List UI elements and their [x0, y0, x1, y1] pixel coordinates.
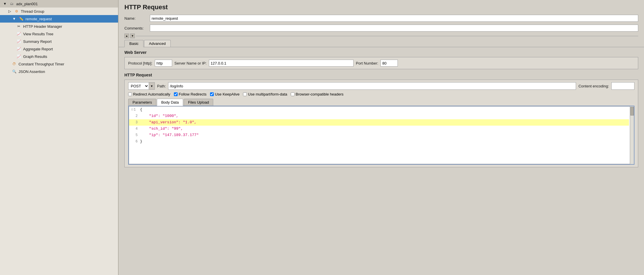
sidebar-item-aggregate-report[interactable]: 📈 Aggregate Report — [0, 45, 118, 53]
sidebar-item-adx-plan[interactable]: ▼ 🗂 adx_plan001 — [0, 0, 118, 8]
request-icon: ✏️ — [19, 16, 24, 21]
content-encoding-input[interactable] — [611, 82, 634, 90]
web-server-box: Protocol [http]: Server Name or IP: Port… — [124, 57, 638, 69]
code-line-4: 4 "sch_id": "99", — [129, 126, 629, 132]
assert-icon: 🔍 — [12, 69, 17, 74]
sidebar-item-label: Constant Throughput Timer — [19, 62, 64, 66]
port-input[interactable] — [380, 60, 398, 67]
name-label: Name: — [124, 16, 148, 21]
sidebar-item-label: adx_plan001 — [16, 2, 38, 6]
expand-arrow-icon: ▼ — [2, 1, 8, 6]
header-icon: ✂ — [16, 24, 21, 29]
follow-redirects-checkbox[interactable] — [174, 92, 178, 96]
redirect-auto-checkbox[interactable] — [128, 92, 132, 96]
line-toggle-1[interactable]: □ — [131, 107, 133, 113]
server-input[interactable] — [209, 60, 354, 67]
code-text-3: "api_version": "1.0", — [140, 119, 196, 126]
path-input[interactable] — [168, 82, 576, 90]
code-line-5: 5 "ip": "147.189.37.177" — [129, 132, 629, 138]
expand-arrow-icon: ▼ — [12, 16, 17, 21]
sidebar-item-label: JSON Assertion — [19, 69, 45, 74]
sidebar-item-remote-request[interactable]: ▼ ✏️ remote_request — [0, 15, 118, 23]
follow-redirects-label: Follow Redirects — [179, 92, 207, 96]
web-server-title: Web Server — [124, 50, 638, 55]
expand-arrow-icon: ▷ — [7, 9, 12, 14]
sidebar-item-graph-results[interactable]: 📈 Graph Results — [0, 53, 118, 60]
plan-icon: 🗂 — [9, 1, 14, 6]
listener-icon: 📈 — [16, 31, 21, 36]
server-label: Server Name or IP: — [174, 61, 207, 65]
editor-scrollbar[interactable] — [630, 106, 634, 164]
protocol-input[interactable] — [155, 60, 172, 67]
line-num-1: □ 1 — [131, 107, 140, 113]
multipart-checkbox-item[interactable]: Use multipart/form-data — [243, 92, 287, 96]
report-icon: 📈 — [16, 39, 21, 44]
sidebar-item-summary-report[interactable]: 📈 Summary Report — [0, 38, 118, 45]
sidebar-item-http-header[interactable]: ✂ HTTP Header Manager — [0, 23, 118, 30]
browser-compat-checkbox-item[interactable]: Browser-compatible headers — [291, 92, 343, 96]
tab-files-upload[interactable]: Files Upload — [184, 99, 213, 106]
separator-line — [136, 36, 638, 36]
method-select-wrap: POST GET PUT DELETE ▼ — [128, 82, 155, 90]
scroll-thumb[interactable] — [630, 107, 634, 116]
protocol-label: Protocol [http]: — [128, 61, 152, 65]
sidebar-item-label: Aggregate Report — [23, 47, 53, 51]
sidebar-item-constant-timer[interactable]: ⏱ Constant Throughput Timer — [0, 60, 118, 68]
collapse-bar: ▲ ▼ — [119, 33, 644, 39]
method-path-row: POST GET PUT DELETE ▼ Path: Content enco… — [128, 82, 634, 90]
tab-parameters[interactable]: Parameters — [128, 99, 156, 106]
keep-alive-checkbox-item[interactable]: Use KeepAlive — [210, 92, 240, 96]
line-num-3: 3 — [131, 119, 140, 126]
comments-label: Comments: — [124, 26, 148, 30]
body-tab-bar: Parameters Body Data Files Upload — [128, 99, 634, 106]
checkboxes-row: Redirect Automatically Follow Redirects … — [128, 92, 634, 96]
path-label: Path: — [157, 84, 166, 88]
line-num-6: 6 — [131, 138, 140, 145]
tab-advanced[interactable]: Advanced — [144, 40, 171, 47]
code-editor[interactable]: □ 1 { 2 "id": "1000", 3 "api_versio — [129, 106, 634, 164]
sidebar-item-label: HTTP Header Manager — [23, 24, 62, 29]
sidebar-item-json-assertion[interactable]: 🔍 JSON Assertion — [0, 68, 118, 75]
keep-alive-label: Use KeepAlive — [215, 92, 240, 96]
sidebar-item-thread-group[interactable]: ▷ ⚙ Thread Group — [0, 8, 118, 15]
main-tab-bar: Basic Advanced — [119, 39, 644, 47]
tab-content-basic: Web Server Protocol [http]: Server Name … — [119, 47, 644, 275]
code-text-5: "ip": "147.189.37.177" — [140, 132, 199, 138]
code-line-2: 2 "id": "1000", — [129, 113, 629, 119]
keep-alive-checkbox[interactable] — [210, 92, 214, 96]
page-title: HTTP Request — [119, 0, 644, 13]
multipart-checkbox[interactable] — [243, 92, 247, 96]
code-text-1: { — [140, 107, 142, 113]
http-request-box: POST GET PUT DELETE ▼ Path: Content enco… — [124, 80, 638, 167]
thread-icon: ⚙ — [14, 9, 19, 14]
follow-redirects-checkbox-item[interactable]: Follow Redirects — [174, 92, 207, 96]
sidebar-item-label: Graph Results — [23, 54, 47, 59]
tab-body-data[interactable]: Body Data — [157, 99, 183, 106]
http-request-title: HTTP Request — [124, 73, 638, 77]
code-text-6: } — [140, 138, 142, 145]
graph-icon: 📈 — [16, 54, 21, 59]
method-dropdown-btn[interactable]: ▼ — [149, 82, 154, 89]
line-num-4: 4 — [131, 126, 140, 132]
code-text-2: "id": "1000", — [140, 113, 179, 119]
sidebar-item-view-results[interactable]: 📈 View Results Tree — [0, 30, 118, 38]
code-line-6: 6 } — [129, 138, 629, 145]
method-select[interactable]: POST GET PUT DELETE — [128, 83, 149, 89]
tab-basic[interactable]: Basic — [124, 40, 143, 47]
sidebar-item-label: Thread Group — [21, 9, 44, 14]
browser-compat-checkbox[interactable] — [291, 92, 295, 96]
code-line-3: 3 "api_version": "1.0", — [129, 119, 629, 126]
aggregate-icon: 📈 — [16, 46, 21, 52]
content-encoding-label: Content encoding: — [578, 84, 609, 88]
comments-input[interactable] — [150, 25, 638, 32]
browser-compat-label: Browser-compatible headers — [296, 92, 343, 96]
collapse-button[interactable]: ▲ — [124, 34, 129, 38]
name-row: Name: — [119, 13, 644, 23]
redirect-auto-label: Redirect Automatically — [133, 92, 170, 96]
redirect-auto-checkbox-item[interactable]: Redirect Automatically — [128, 92, 170, 96]
sidebar-item-label: View Results Tree — [23, 32, 54, 36]
expand-button[interactable]: ▼ — [130, 34, 135, 38]
sidebar-item-label: remote_request — [25, 17, 52, 21]
line-num-5: 5 — [131, 132, 140, 138]
name-input[interactable] — [150, 15, 638, 22]
